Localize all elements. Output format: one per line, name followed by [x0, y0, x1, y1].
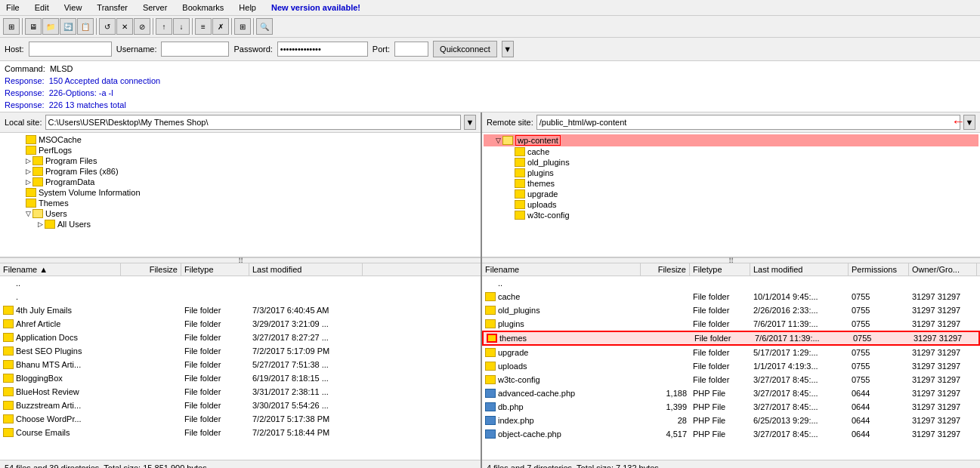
menu-help[interactable]: Help [236, 2, 259, 14]
tree-item-perflogs[interactable]: PerfLogs [2, 145, 479, 155]
toolbar-clear[interactable]: ✗ [212, 18, 229, 35]
col-header-filesize[interactable]: Filesize [121, 263, 181, 276]
remote-path-dropdown[interactable]: ▼ [963, 115, 975, 130]
folder-icon [3, 414, 14, 423]
quickconnect-dropdown[interactable]: ▼ [502, 41, 514, 57]
remote-splitter[interactable]: ⠿ [482, 257, 980, 263]
remote-col-header-filetype[interactable]: Filetype [690, 263, 750, 276]
local-path-dropdown[interactable]: ▼ [464, 115, 476, 130]
remote-path-input[interactable] [536, 115, 960, 130]
remote-tree-item-w3tc[interactable]: ▷ w3tc-config [484, 210, 978, 220]
file-row-buzzstream[interactable]: Buzzstream Arti... File folder 3/30/2017… [0, 399, 481, 412]
remote-file-row-index[interactable]: index.php 28 PHP File 6/25/2013 9:29:...… [482, 414, 980, 427]
toolbar-btn-1[interactable]: 🖥 [25, 18, 42, 35]
folder-icon [3, 346, 14, 356]
col-header-modified[interactable]: Last modified [249, 263, 363, 276]
folder-icon [485, 306, 496, 315]
port-input[interactable] [394, 42, 428, 57]
file-row-bestseo[interactable]: Best SEO Plugins File folder 7/2/2017 5:… [0, 344, 481, 358]
remote-col-header-modified[interactable]: Last modified [750, 263, 849, 276]
file-row-choosewordpr[interactable]: Choose WordPr... File folder 7/2/2017 5:… [0, 412, 481, 426]
local-splitter[interactable]: ⠿ [0, 257, 481, 263]
remote-file-list: Filename Filesize Filetype Last modified… [482, 263, 980, 460]
remote-file-row-plugins[interactable]: plugins File folder 7/6/2017 11:39:... 0… [482, 317, 980, 331]
remote-file-row-db[interactable]: db.php 1,399 PHP File 3/27/2017 8:45:...… [482, 400, 980, 414]
toolbar-download[interactable]: ↓ [173, 18, 190, 35]
remote-tree-item-themes[interactable]: ▷ themes [484, 178, 978, 189]
toolbar-cancel[interactable]: ⊘ [134, 18, 150, 35]
toolbar-compare[interactable]: ⊞ [234, 18, 251, 35]
remote-status-text: 4 files and 7 directories. Total size: 7… [487, 463, 659, 469]
toolbar-new-tab[interactable]: ⊞ [3, 18, 20, 35]
toolbar-btn-2[interactable]: 📁 [42, 18, 59, 35]
file-row-bluehost[interactable]: BlueHost Review File folder 3/31/2017 2:… [0, 385, 481, 399]
remote-tree-item-plugins[interactable]: ▷ plugins [484, 168, 978, 178]
local-tree-scroll[interactable]: MSOCache PerfLogs ▷ Program Files ▷ Prog… [0, 133, 481, 257]
toolbar-queue[interactable]: ≡ [195, 18, 212, 35]
remote-col-header-filesize[interactable]: Filesize [641, 263, 690, 276]
toolbar-btn-4[interactable]: 📋 [77, 18, 94, 35]
remote-file-row-advanced-cache[interactable]: advanced-cache.php 1,188 PHP File 3/27/2… [482, 386, 980, 400]
remote-file-row-cache[interactable]: cache File folder 10/1/2014 9:45:... 075… [482, 290, 980, 303]
local-path-input[interactable] [45, 115, 461, 130]
menu-server[interactable]: Server [140, 2, 170, 14]
tree-item-users[interactable]: ▽ Users [2, 208, 479, 219]
remote-file-row-themes[interactable]: themes File folder 7/6/2017 11:39:... 07… [482, 331, 980, 346]
remote-file-row-uploads[interactable]: uploads File folder 1/1/2017 4:19:3... 0… [482, 359, 980, 373]
folder-icon [515, 211, 525, 220]
file-row-4thjuly[interactable]: 4th July Emails File folder 7/3/2017 6:4… [0, 303, 481, 317]
tree-item-label: wp-content [515, 135, 561, 146]
quickconnect-button[interactable]: Quickconnect [433, 41, 497, 57]
tree-item-themes[interactable]: Themes [2, 198, 479, 208]
menu-bookmarks[interactable]: Bookmarks [179, 2, 227, 14]
tree-item-programdata[interactable]: ▷ ProgramData [2, 177, 479, 187]
toolbar-disconnect[interactable]: ✕ [116, 18, 133, 35]
remote-file-row-upgrade[interactable]: upgrade File folder 5/17/2017 1:29:... 0… [482, 346, 980, 359]
toolbar-search[interactable]: 🔍 [256, 18, 273, 35]
folder-icon [485, 375, 496, 384]
file-row-dot[interactable]: . [0, 290, 481, 303]
tree-item-systemvolume[interactable]: System Volume Information [2, 187, 479, 198]
remote-file-row-dotdot[interactable]: .. [482, 276, 980, 290]
local-file-list-body[interactable]: .. . [0, 276, 481, 460]
file-row-appdocs[interactable]: Application Docs File folder 3/27/2017 8… [0, 331, 481, 344]
password-input[interactable] [277, 42, 368, 57]
tree-item-label: ProgramData [45, 177, 94, 186]
folder-icon [485, 319, 496, 328]
remote-tree[interactable]: ▽ wp-content ▷ cache ▷ old_plugins ▷ plu… [482, 133, 980, 257]
local-statusbar: 54 files and 39 directories. Total size:… [0, 460, 481, 468]
remote-tree-item-cache[interactable]: ▷ cache [484, 146, 978, 157]
remote-tree-item-upgrade[interactable]: ▷ upgrade [484, 189, 978, 199]
menu-transfer[interactable]: Transfer [94, 2, 131, 14]
file-row-ahref[interactable]: Ahref Article File folder 3/29/2017 3:21… [0, 317, 481, 331]
tree-item-programfiles[interactable]: ▷ Program Files [2, 155, 479, 166]
tree-item-label: uploads [527, 200, 557, 209]
remote-tree-item-oldplugins[interactable]: ▷ old_plugins [484, 157, 978, 168]
remote-col-header-filename[interactable]: Filename [482, 263, 641, 276]
toolbar-reconnect[interactable]: ↺ [99, 18, 116, 35]
remote-col-header-permissions[interactable]: Permissions [849, 263, 909, 276]
file-row-bloggingbox[interactable]: BloggingBox File folder 6/19/2017 8:18:1… [0, 371, 481, 385]
col-header-filetype[interactable]: Filetype [181, 263, 249, 276]
tree-item-allusers[interactable]: ▷ All Users [2, 219, 479, 229]
remote-file-row-oldplugins[interactable]: old_plugins File folder 2/26/2016 2:33:.… [482, 303, 980, 317]
col-header-filename[interactable]: Filename ▲ [0, 263, 121, 276]
remote-tree-item-wpcontent[interactable]: ▽ wp-content [484, 134, 978, 146]
remote-file-row-w3tc[interactable]: w3tc-config File folder 3/27/2017 8:45:.… [482, 373, 980, 386]
file-row-dotdot[interactable]: .. [0, 276, 481, 290]
remote-file-list-body[interactable]: .. cache File folder 10/1/201 [482, 276, 980, 460]
menu-edit[interactable]: Edit [32, 2, 52, 14]
file-row-courseemails[interactable]: Course Emails File folder 7/2/2017 5:18:… [0, 426, 481, 439]
file-row-bhanu[interactable]: Bhanu MTS Arti... File folder 5/27/2017 … [0, 358, 481, 371]
remote-file-row-object-cache[interactable]: object-cache.php 4,517 PHP File 3/27/201… [482, 427, 980, 441]
toolbar-btn-3[interactable]: 🔄 [60, 18, 76, 35]
tree-item-msocache[interactable]: MSOCache [2, 134, 479, 145]
username-input[interactable] [161, 42, 229, 57]
host-input[interactable] [29, 42, 112, 57]
menu-view[interactable]: View [61, 2, 85, 14]
toolbar-upload[interactable]: ↑ [156, 18, 172, 35]
menu-file[interactable]: File [3, 2, 23, 14]
remote-col-header-owner[interactable]: Owner/Gro... [909, 263, 977, 276]
remote-tree-item-uploads[interactable]: ▷ uploads [484, 199, 978, 210]
tree-item-programfiles-x86[interactable]: ▷ Program Files (x86) [2, 166, 479, 177]
